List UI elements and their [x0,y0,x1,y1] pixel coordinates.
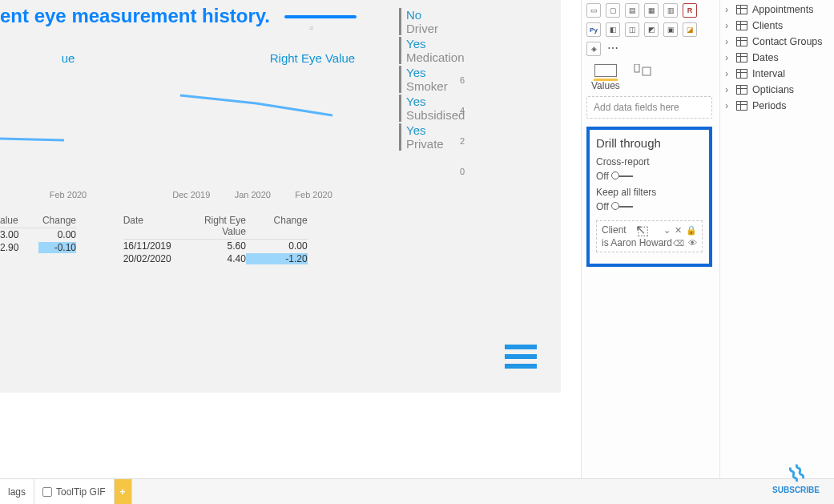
clear-filter-icon[interactable] [673,238,684,248]
svg-rect-1 [635,64,639,72]
report-canvas[interactable]: ent eye measurement history. ≡ ue Feb 20… [0,0,561,393]
drag-handle-icon[interactable]: ≡ [309,24,314,32]
x-tick: Dec 2019 [172,190,210,200]
values-label: Values [591,80,712,91]
cross-report-label: Cross-report [596,156,703,167]
table-periods[interactable]: ›Periods [720,98,834,114]
col-header: Date [123,215,185,237]
keep-filters-label: Keep all filters [596,187,703,198]
slicer-subsidised[interactable]: Yes Subsidised [399,95,519,122]
more-visuals-icon[interactable]: ⋯ [607,42,618,56]
drill-through-section: Drill through Cross-report Off Keep all … [586,127,712,267]
table-icon [736,37,747,46]
eye-icon[interactable] [688,238,697,248]
viz-card-icon[interactable]: ▭ [586,3,601,18]
table-row: 2.90 -0.10 [0,241,76,254]
x-tick: Feb 2020 [295,190,332,200]
table-icon [736,21,747,30]
table-row: 3.00 0.00 [0,228,76,241]
table-icon [736,69,747,79]
title-divider [284,15,357,18]
table-icon [736,85,747,95]
viz-keyinf-icon[interactable]: ◧ [606,22,620,37]
values-well[interactable]: Add data fields here [586,96,712,119]
svg-rect-2 [643,67,651,75]
table-contact-groups[interactable]: ›Contact Groups [720,34,834,50]
fields-pane: ›Appointments ›Clients ›Contact Groups ›… [719,0,834,479]
close-icon[interactable]: ✕ [675,225,682,236]
left-eye-chart[interactable]: ue Feb 2020 [0,51,136,200]
hamburger-menu-button[interactable] [505,345,537,369]
visualizations-pane: ▭ ▢ ▤ ▦ ▥ R Py ◧ ◫ ◩ ▣ ◪ ◈ ⋯ Values Add … [581,0,717,479]
gif-icon [42,487,52,497]
viz-qna-icon[interactable]: ◩ [644,22,659,37]
table-interval[interactable]: ›Interval [720,66,834,82]
viz-gallery: ▭ ▢ ▤ ▦ ▥ R Py ◧ ◫ ◩ ▣ ◪ ◈ ⋯ [586,3,712,56]
add-page-button[interactable]: + [115,479,132,504]
viz-table-icon[interactable]: ▤ [625,3,639,18]
drill-through-title: Drill through [596,136,703,150]
viz-arcgis-icon[interactable]: ◈ [586,42,601,56]
table-opticians[interactable]: ›Opticians [720,82,834,98]
drill-field-name: Client [602,224,627,236]
cross-report-toggle[interactable]: Off [596,171,633,182]
table-dates[interactable]: ›Dates [720,50,834,66]
viz-paginated-icon[interactable]: ▣ [663,22,678,37]
table-row: 20/02/2020 4.40 -1.20 [123,252,308,265]
page-title: ent eye measurement history. [0,5,270,27]
lock-icon[interactable]: 🔒 [686,225,697,236]
slicer-driver[interactable]: No Driver [399,8,519,35]
left-table[interactable]: alue Change 3.00 0.00 2.90 -0.10 [0,215,76,254]
x-tick: Feb 2020 [50,190,87,200]
page-tab-tooltip-gif[interactable]: ToolTip GIF [34,479,115,504]
viz-custom-icon[interactable]: ◪ [683,22,697,37]
slicer-medication[interactable]: Yes Medication [399,37,519,64]
fields-tab-icon[interactable] [594,64,617,77]
brand-logo[interactable]: ⌇⌇ SUBSCRIBE [772,463,820,494]
right-table[interactable]: Date Right Eye Value Change 16/11/2019 5… [123,215,308,265]
slicer-private[interactable]: Yes Private [399,123,519,151]
left-chart-title: ue [0,51,136,65]
table-row: 16/11/2019 5.60 0.00 [123,240,308,252]
chevron-down-icon[interactable]: ⌄ [663,225,671,236]
col-header: alue [0,215,38,226]
viz-kpi-icon[interactable]: ▢ [606,3,620,18]
drill-field-filter: is Aaron Howard [602,237,672,248]
svg-line-0 [0,139,64,140]
viz-slicer-icon[interactable]: ▥ [663,3,678,18]
col-header: Change [246,215,308,237]
viz-decomp-icon[interactable]: ◫ [625,22,639,37]
dna-icon: ⌇⌇ [784,462,807,488]
drill-field-client[interactable]: Client ⌄ ✕ 🔒 is Aaron Howard ⬚ ↖ [596,220,703,252]
table-icon [736,101,747,111]
col-header: Change [38,215,77,226]
viz-matrix-icon[interactable]: ▦ [644,3,659,18]
viz-r-icon[interactable]: R [683,3,697,18]
format-tab-icon[interactable] [631,64,654,77]
slicer-smoker[interactable]: Yes Smoker [399,66,519,93]
table-icon [736,5,747,14]
table-appointments[interactable]: ›Appointments [720,2,834,18]
page-tab-bar: lags ToolTip GIF + [0,478,834,504]
table-clients[interactable]: ›Clients [720,18,834,34]
slicer-panel: No Driver Yes Medication Yes Smoker Yes … [399,8,519,152]
y-tick: 0 [460,167,465,176]
keep-filters-toggle[interactable]: Off [596,201,633,212]
table-icon [736,53,747,62]
viz-python-icon[interactable]: Py [586,22,601,37]
col-header: Right Eye Value [184,215,246,237]
page-tab-flags[interactable]: lags [0,479,34,504]
x-tick: Jan 2020 [235,190,271,200]
